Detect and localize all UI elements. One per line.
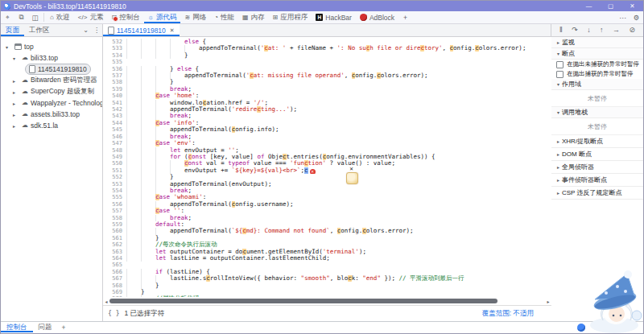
code-line[interactable]: 549for (const [key, value] of Object.ent… — [103, 154, 551, 160]
code-line[interactable]: 546break; — [103, 134, 551, 140]
line-number[interactable]: 541 — [103, 100, 126, 106]
step-icon[interactable]: → — [613, 27, 620, 34]
debugger-section-header[interactable]: ▸DOM 断点 — [551, 148, 643, 161]
dock-side-icon[interactable]: ◫ — [28, 11, 42, 23]
line-number[interactable]: 562 — [103, 241, 126, 248]
step-over-icon[interactable]: ↷ — [572, 27, 578, 34]
line-number[interactable]: 549 — [103, 154, 126, 160]
line-number[interactable]: 543 — [103, 113, 126, 119]
code-line[interactable]: 550const val = typeof value === 'functio… — [103, 160, 551, 167]
code-line[interactable]: 537appendToTerminal('cat: missing file o… — [103, 72, 551, 79]
code-line[interactable]: 541window.location.href = '/'; — [103, 100, 551, 106]
code-line[interactable]: 558break; — [103, 215, 551, 221]
code-line[interactable]: 553appendToTerminal(envOutput); — [103, 181, 551, 188]
debugger-section-header[interactable]: ▸监视 — [551, 37, 643, 48]
line-number[interactable]: 563 — [103, 249, 126, 255]
code-line[interactable]: 552} — [103, 174, 551, 180]
code-line[interactable]: 534} — [103, 52, 551, 59]
line-number[interactable]: 534 — [103, 52, 126, 59]
horizontal-scrollbar[interactable]: ◂ ▸ — [103, 297, 551, 305]
debugger-section-header[interactable]: ▸CSP 违反了规定断点 — [551, 187, 643, 200]
inspect-icon[interactable]: ⌖ — [1, 11, 14, 23]
tree-item[interactable]: ▸☁assets.bili33.top — [1, 109, 102, 120]
line-number[interactable]: 570 — [103, 295, 126, 297]
expander-arrow-icon[interactable]: ▸ — [10, 78, 18, 84]
drawer-add-tab-button[interactable]: + — [58, 322, 70, 332]
code-line[interactable]: 554break; — [103, 188, 551, 194]
expander-arrow-icon[interactable]: ▾ — [555, 109, 562, 115]
line-number[interactable]: 552 — [103, 174, 126, 180]
code-line[interactable]: 538} — [103, 79, 551, 85]
code-line[interactable]: 564let lastLine = outputContainer.lastEl… — [103, 255, 551, 262]
step-into-icon[interactable]: ↓ — [587, 27, 591, 34]
line-number[interactable]: 539 — [103, 86, 126, 93]
expander-arrow-icon[interactable]: ▸ — [555, 190, 562, 196]
line-number[interactable]: 540 — [103, 93, 126, 99]
tree-item[interactable]: ▸☁Wappalyzer - Technology p... — [1, 97, 102, 109]
expander-arrow-icon[interactable]: ▸ — [555, 138, 562, 144]
breakpoint-checkbox-row[interactable]: 在抛出捕获的异常时暂停 — [551, 69, 643, 79]
drawer-tab-issues[interactable]: 问题 — [33, 322, 58, 332]
code-line[interactable]: 565 — [103, 262, 551, 268]
code-line[interactable]: 569} — [103, 289, 551, 295]
line-number[interactable]: 545 — [103, 126, 126, 133]
debugger-section-header[interactable]: ▾断点 — [551, 48, 643, 60]
scroll-right-icon[interactable]: ▸ — [545, 299, 551, 304]
tab-adblock[interactable]: AdBlock — [356, 11, 398, 23]
tree-item[interactable]: ▾☁bili33.top — [1, 52, 102, 64]
tab-application[interactable]: ⊞应用程序 — [269, 11, 312, 23]
line-number[interactable]: 542 — [103, 106, 126, 113]
line-number[interactable]: 568 — [103, 282, 126, 289]
code-line[interactable]: 533appendToTerminal('cat: ' + fileName +… — [103, 45, 551, 52]
line-number[interactable]: 547 — [103, 140, 126, 146]
device-toolbar-icon[interactable]: ⧉ — [14, 11, 28, 23]
line-number[interactable]: 565 — [103, 262, 126, 268]
expander-arrow-icon[interactable]: ▾ — [555, 51, 562, 56]
line-number[interactable]: 558 — [103, 215, 126, 221]
checkbox[interactable] — [556, 71, 564, 78]
expander-arrow-icon[interactable]: ▾ — [555, 81, 562, 87]
debugger-section-header[interactable]: ▸XHR/提取断点 — [551, 135, 643, 148]
code-line[interactable]: 556appendToTerminal(config.username); — [103, 201, 551, 208]
code-line[interactable]: 548let envOutput = ''; — [103, 147, 551, 154]
code-line[interactable]: 547case 'env': — [103, 140, 551, 146]
line-number[interactable]: 546 — [103, 134, 126, 140]
drawer-tab-console[interactable]: 控制台 — [1, 322, 33, 332]
checkbox[interactable] — [556, 61, 564, 68]
expander-arrow-icon[interactable]: ▾ — [3, 44, 10, 50]
tab-sources[interactable]: ☼源代码 — [144, 11, 181, 23]
line-number[interactable]: 537 — [103, 72, 126, 79]
line-number[interactable]: 564 — [103, 255, 126, 262]
tab-memory[interactable]: ▦内存 — [238, 11, 269, 23]
debugger-section-header[interactable]: ▾作用域 — [551, 79, 643, 90]
code-line[interactable]: 535 — [103, 59, 551, 65]
tab-network[interactable]: ≋网络 — [180, 11, 210, 23]
code-line[interactable]: 560appendToTerminal(`${cmd}: Command not… — [103, 228, 551, 234]
code-line[interactable]: 562//每次命令执行后滚动 — [103, 241, 551, 248]
tab-page[interactable]: 页面 — [1, 24, 24, 36]
line-number[interactable]: 553 — [103, 181, 126, 188]
code-line[interactable]: 551envOutput += `${key}=${val}<br>`;c✕ — [103, 167, 551, 174]
tree-item[interactable]: ▸☁SuperCopy 超级复制 — [1, 86, 102, 97]
settings-icon[interactable]: ⚙ — [630, 14, 643, 22]
line-number[interactable]: 536 — [103, 66, 126, 72]
minimize-button[interactable]: — — [578, 1, 600, 11]
code-line[interactable]: 559default: — [103, 221, 551, 228]
pretty-print-button[interactable]: { } — [108, 310, 119, 317]
code-line[interactable]: 557case '': — [103, 208, 551, 214]
expander-arrow-icon[interactable]: ▸ — [555, 39, 562, 45]
tab-console[interactable]: ⊡控制台 — [107, 11, 143, 23]
tab-elements[interactable]: </>元素 — [74, 11, 108, 23]
line-number[interactable]: 569 — [103, 289, 126, 295]
tab-hackbar[interactable]: HHackBar — [312, 11, 356, 23]
expander-arrow-icon[interactable]: ▸ — [10, 101, 18, 106]
tab-workspace[interactable]: 工作区 — [24, 24, 55, 36]
line-number[interactable]: 548 — [103, 147, 126, 154]
debugger-section-header[interactable]: ▾调用堆栈 — [551, 107, 643, 118]
code-line[interactable]: 532else { — [103, 39, 551, 45]
code-line[interactable]: 568} — [103, 282, 551, 289]
code-line[interactable]: 544case 'info': — [103, 120, 551, 126]
line-number[interactable]: 538 — [103, 79, 126, 85]
expander-arrow-icon[interactable]: ▸ — [10, 123, 18, 129]
overflow-menu-icon[interactable]: ⋮ — [91, 27, 102, 34]
